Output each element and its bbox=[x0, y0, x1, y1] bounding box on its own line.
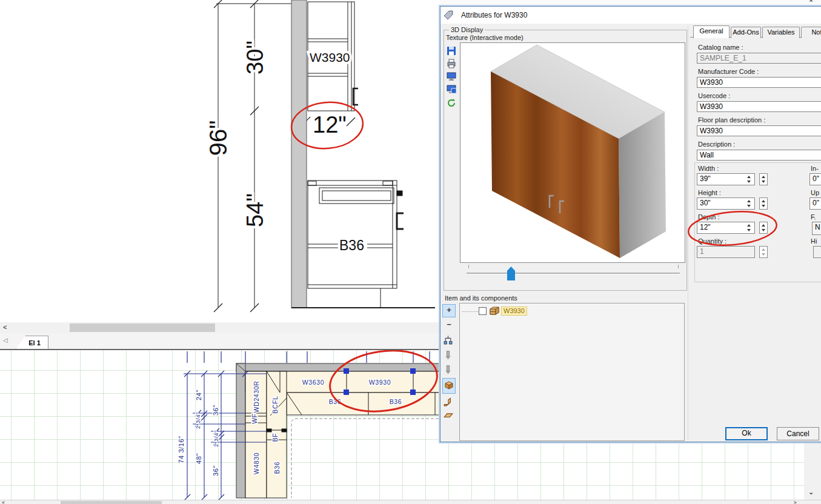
display-save-icon[interactable] bbox=[447, 84, 456, 94]
app-window: 96" 30" 54" 12" W3930 B36 bbox=[0, 0, 821, 504]
depth-label: Depth : bbox=[698, 213, 719, 220]
view-3d-box-button[interactable] bbox=[442, 378, 456, 394]
3d-cabinet-render bbox=[460, 43, 685, 262]
height-spinner[interactable] bbox=[759, 197, 768, 210]
scroll-left-icon[interactable]: < bbox=[3, 324, 7, 331]
scroll-left-icon[interactable]: < bbox=[2, 499, 5, 504]
description-label: Description : bbox=[698, 141, 735, 148]
display-group-title: 3D Display bbox=[449, 26, 485, 33]
upper-label: Up bbox=[811, 189, 819, 196]
width-label: Width : bbox=[698, 165, 719, 172]
tree-expand-button[interactable]: + bbox=[442, 304, 456, 317]
hinge-label: Hi bbox=[811, 237, 817, 245]
height-label: Height : bbox=[698, 189, 721, 196]
catalog-name-field[interactable]: SAMPLE_E_1 bbox=[697, 53, 821, 64]
depth-spinner-fine[interactable] bbox=[745, 222, 753, 233]
dialog-title: Attributes for W3930 bbox=[461, 11, 527, 19]
scroll-right-icon[interactable]: > bbox=[794, 499, 797, 504]
quantity-field[interactable]: 1 bbox=[697, 246, 755, 258]
attributes-dialog: Attributes for W3930 3D Display Texture … bbox=[440, 6, 821, 442]
quantity-label: Quantity : bbox=[698, 237, 726, 245]
elevation-view-canvas[interactable] bbox=[0, 0, 440, 322]
depth-spinner[interactable] bbox=[759, 222, 768, 234]
slider-tick-right bbox=[678, 265, 679, 268]
usercode-label: Usercode : bbox=[698, 92, 730, 99]
texture-mode-label: Texture (Interactive mode) bbox=[446, 34, 524, 41]
components-tree[interactable]: W3930 bbox=[459, 303, 685, 441]
manufacturer-code-field[interactable]: W3930 bbox=[697, 77, 821, 88]
refresh-icon[interactable] bbox=[447, 98, 456, 108]
hscroll-thumb[interactable] bbox=[61, 501, 162, 504]
tree-branch-line bbox=[462, 311, 478, 312]
ok-button[interactable]: Ok bbox=[725, 427, 768, 440]
width-spinner-fine[interactable] bbox=[745, 174, 753, 185]
tab-el-1[interactable]: El 1 bbox=[16, 336, 48, 349]
tab-notes[interactable]: Note bbox=[801, 27, 821, 38]
plan-hscrollbar[interactable]: < > bbox=[0, 500, 821, 504]
tab-general[interactable]: General bbox=[693, 25, 730, 38]
usercode-field[interactable]: W3930 bbox=[697, 101, 821, 112]
scroll-up-icon[interactable]: ⌃ bbox=[808, 0, 814, 6]
f-field[interactable]: N bbox=[812, 222, 821, 235]
tree-collapse-button[interactable]: − bbox=[442, 319, 456, 332]
tag-icon bbox=[443, 10, 454, 21]
app-top-strip: ⌃ bbox=[440, 0, 821, 6]
slider-thumb[interactable] bbox=[507, 267, 515, 280]
slider-track[interactable] bbox=[467, 273, 680, 274]
cube-icon bbox=[444, 380, 454, 390]
cancel-button[interactable]: Cancel bbox=[777, 427, 819, 440]
f-label: F. bbox=[811, 213, 816, 220]
in-wall-field[interactable]: 0" bbox=[809, 173, 821, 185]
dialog-title-bar[interactable]: Attributes for W3930 bbox=[440, 7, 821, 24]
tab-add-ons[interactable]: Add-Ons bbox=[731, 27, 761, 38]
pin-item-icon bbox=[443, 350, 453, 362]
sheet-tab-bar: ◁ El 1 bbox=[0, 333, 440, 350]
save-image-icon[interactable] bbox=[447, 46, 456, 56]
manufacturer-code-label: Manufacturer Code : bbox=[698, 68, 759, 75]
component-node-w3930[interactable]: W3930 bbox=[501, 307, 527, 316]
print-icon[interactable] bbox=[447, 59, 456, 68]
scroll-down-icon[interactable]: ⌄ bbox=[808, 489, 814, 496]
corner-view-icon[interactable] bbox=[443, 396, 454, 406]
height-spinner-fine[interactable] bbox=[745, 198, 753, 209]
plane-view-icon[interactable] bbox=[443, 410, 454, 419]
floor-plan-description-label: Floor plan description : bbox=[698, 116, 765, 124]
upper-field[interactable]: 0" bbox=[809, 197, 821, 210]
display-mode-icon[interactable] bbox=[447, 71, 456, 81]
plan-vscrollbar[interactable]: ⌄ bbox=[804, 442, 821, 500]
elevation-hscrollbar[interactable]: < bbox=[0, 322, 440, 333]
tab-prev-icon[interactable]: ◁ bbox=[3, 337, 8, 343]
components-group-title: Item and its components bbox=[445, 294, 517, 302]
component-checkbox[interactable] bbox=[479, 307, 487, 315]
slider-tick-left bbox=[468, 265, 469, 268]
width-spinner[interactable] bbox=[759, 173, 768, 185]
floor-plan-description-field[interactable]: W3930 bbox=[697, 125, 821, 136]
tab-variables[interactable]: Variables bbox=[762, 27, 800, 38]
display-group: 3D Display Texture (Interactive mode) bbox=[444, 30, 687, 291]
description-field[interactable]: Wall bbox=[697, 150, 821, 161]
tree-structure-icon[interactable] bbox=[443, 334, 453, 345]
pin-all-icon bbox=[443, 364, 453, 376]
panel-separator bbox=[688, 26, 688, 440]
3d-preview-canvas[interactable] bbox=[460, 42, 685, 263]
cabinet-node-icon bbox=[489, 306, 500, 316]
hinge-field[interactable] bbox=[813, 246, 821, 258]
catalog-name-label: Catalog name : bbox=[698, 44, 743, 51]
quantity-spinner bbox=[759, 246, 768, 258]
in-wall-label: In- bbox=[811, 165, 819, 172]
hscroll-thumb[interactable] bbox=[70, 323, 215, 332]
